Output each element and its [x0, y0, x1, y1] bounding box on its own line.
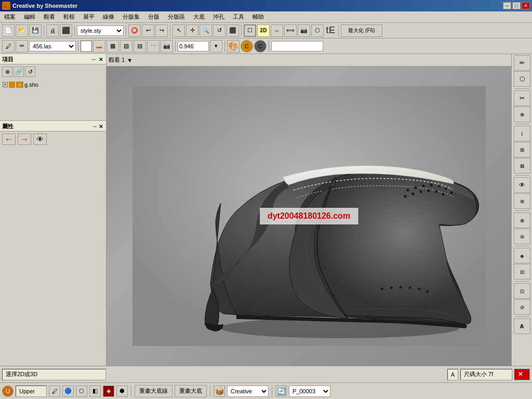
props-pin-btn[interactable]: ─: [92, 124, 98, 129]
save-btn[interactable]: 💾: [29, 24, 42, 37]
rs-btn-11[interactable]: ⊜: [514, 229, 530, 244]
menu-panel-area[interactable]: 分版區: [164, 12, 189, 22]
mirror-btn[interactable]: ⟺: [284, 24, 297, 37]
rs-btn-2[interactable]: ⬡: [514, 71, 530, 87]
project-pin-btn[interactable]: ─: [91, 57, 97, 62]
menu-edit[interactable]: 編輯: [20, 12, 39, 22]
menu-punch[interactable]: 沖孔: [209, 12, 229, 22]
zoom-max-btn[interactable]: 最大化 (F6): [341, 24, 382, 37]
tree-expand-icon[interactable]: +: [3, 82, 8, 87]
menu-flatten[interactable]: 展平: [79, 12, 99, 22]
viewport-dropdown-arrow[interactable]: ▼: [127, 57, 132, 63]
bottom-sel5[interactable]: ◈: [103, 385, 114, 397]
print-btn[interactable]: 🖨: [46, 24, 59, 37]
hatch-btn[interactable]: ▧: [120, 40, 132, 52]
bottom-sel1[interactable]: 🖊: [49, 385, 60, 397]
move-btn[interactable]: ✛: [186, 24, 198, 37]
menu-file[interactable]: 檔案: [0, 12, 20, 22]
c1-btn[interactable]: C: [241, 40, 253, 52]
rs-btn-13[interactable]: ⊟: [514, 264, 530, 280]
menu-tools[interactable]: 工具: [229, 12, 248, 22]
rs-btn-15[interactable]: ⊘: [514, 299, 530, 315]
creative-dropdown[interactable]: Creative: [227, 385, 269, 397]
menu-view[interactable]: 觀看: [39, 12, 59, 22]
bottom-sel4[interactable]: ◧: [89, 385, 101, 397]
props-eye-btn[interactable]: 👁: [33, 134, 47, 145]
zoom-apply-btn[interactable]: ▾: [210, 40, 222, 52]
rs-btn-10[interactable]: ⊗: [514, 212, 530, 228]
new-btn[interactable]: 📄: [2, 24, 15, 37]
rs-btn-7[interactable]: ⊠: [514, 158, 530, 174]
dot-btn[interactable]: ⋯: [147, 40, 159, 52]
fill-btn[interactable]: ▬: [93, 40, 105, 52]
menu-last[interactable]: 鞋楦: [59, 12, 79, 22]
bottom-sel3[interactable]: ⬡: [76, 385, 87, 397]
props-right-btn[interactable]: →: [18, 134, 31, 145]
rs-btn-12[interactable]: ◈: [514, 248, 530, 263]
redo-btn[interactable]: ↪: [155, 24, 168, 37]
props-close-btn[interactable]: ✕: [98, 124, 104, 129]
close-button[interactable]: ✕: [522, 2, 530, 9]
tool1-btn[interactable]: 🖊: [2, 40, 15, 52]
c2-btn[interactable]: C: [254, 40, 267, 52]
bottom-p-icon[interactable]: 🔄: [275, 385, 287, 397]
menu-lines[interactable]: 線條: [99, 12, 118, 22]
zoom-input[interactable]: [178, 41, 209, 51]
stitch-btn[interactable]: ▤: [134, 40, 146, 52]
photo-btn[interactable]: 📷: [298, 24, 310, 37]
opt-btn[interactable]: ⬡: [311, 24, 324, 37]
open-btn[interactable]: 📂: [16, 24, 28, 37]
rs-btn-3[interactable]: ✂: [514, 90, 530, 106]
redraw-sole-btn[interactable]: 重畫大底: [175, 385, 207, 397]
props-left-btn[interactable]: ←: [2, 134, 16, 145]
render-btn[interactable]: ⬛: [227, 24, 239, 37]
minimize-button[interactable]: ─: [503, 2, 511, 9]
rs-btn-14[interactable]: ⊡: [514, 283, 530, 299]
las-dropdown[interactable]: 456.las: [29, 41, 76, 51]
titlebar-controls[interactable]: ─ □ ✕: [503, 2, 530, 9]
bottom-sel6[interactable]: ⬢: [116, 385, 128, 397]
select-btn[interactable]: ↖: [172, 24, 185, 37]
rect-select-btn[interactable]: ☐: [244, 24, 256, 37]
rs-btn-6[interactable]: ⊞: [514, 142, 530, 157]
color-btn[interactable]: [81, 41, 92, 52]
viewport: 觀看 1 ▼: [107, 54, 511, 366]
mode-btn[interactable]: 2D: [257, 24, 270, 37]
maximize-button[interactable]: □: [512, 2, 521, 9]
tree-item-label[interactable]: g.sho: [24, 82, 38, 88]
undo-btn[interactable]: ↩: [142, 24, 154, 37]
proj-refresh[interactable]: ↺: [25, 66, 35, 77]
menu-sole[interactable]: 大底: [189, 12, 209, 22]
rotate-btn[interactable]: ↺: [213, 24, 225, 37]
rs-btn-16[interactable]: A: [514, 318, 530, 334]
bottom-sel2[interactable]: 🔵: [62, 385, 74, 397]
bottom-sep1: [131, 385, 131, 397]
rs-btn-8[interactable]: 👁: [514, 177, 530, 193]
rs-btn-4[interactable]: ⊕: [514, 107, 530, 122]
proj-tool2[interactable]: 🔗: [14, 66, 24, 77]
menu-panel[interactable]: 分版: [144, 12, 164, 22]
tree-root[interactable]: + S g.sho: [2, 81, 104, 88]
project-close-btn[interactable]: ✕: [98, 57, 104, 62]
flip-btn[interactable]: ↔: [271, 24, 283, 37]
color-wheel-btn[interactable]: 🎨: [227, 40, 240, 52]
pattern-btn[interactable]: ▦: [107, 40, 119, 52]
bottom-pkg-icon[interactable]: 📦: [214, 385, 225, 397]
camera-btn[interactable]: 📷: [161, 40, 173, 52]
proj-tool1[interactable]: ⊕: [2, 66, 12, 77]
menu-help[interactable]: 輔助: [248, 12, 268, 22]
redraw-sole-line-btn[interactable]: 重畫大底線: [135, 385, 172, 397]
rs-btn-9[interactable]: ⊛: [514, 193, 530, 209]
part-dropdown[interactable]: P_00003: [289, 385, 330, 397]
stop-btn[interactable]: ⭕: [128, 24, 141, 37]
rs-btn-1[interactable]: ✏: [514, 55, 530, 71]
size-input[interactable]: [271, 41, 323, 51]
bottom-icon1[interactable]: U: [2, 385, 14, 397]
rs-btn-5[interactable]: ↕: [514, 126, 530, 141]
tool2-btn[interactable]: ✏: [16, 40, 28, 52]
menu-panel-set[interactable]: 分版集: [118, 12, 144, 22]
zoom-in-btn[interactable]: 🔍: [200, 24, 212, 37]
viewport-canvas[interactable]: dyt20048180126.com: [107, 66, 511, 366]
style-dropdown[interactable]: style.sty: [77, 25, 124, 36]
print2-btn[interactable]: ⬛: [60, 24, 72, 37]
